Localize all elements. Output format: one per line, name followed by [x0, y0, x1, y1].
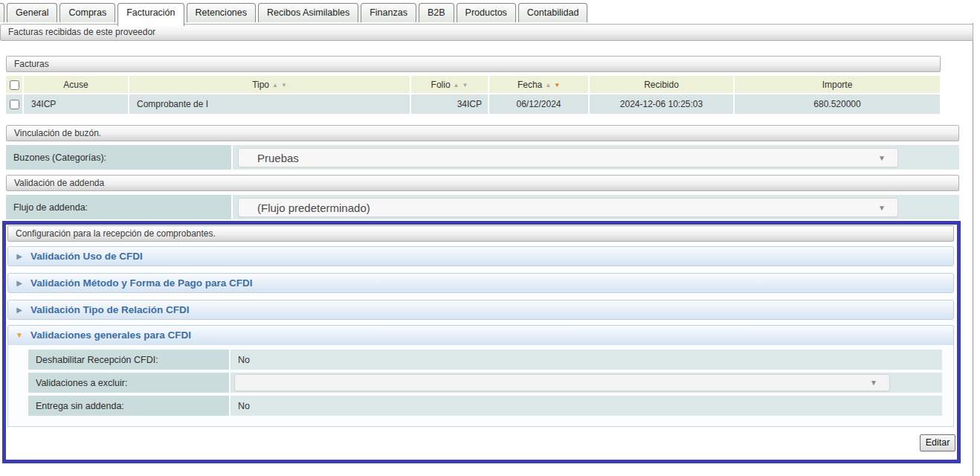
tab-compras[interactable]: Compras	[59, 3, 115, 22]
panel-label: Validación Uso de CFDI	[30, 251, 143, 262]
tab-recibos-asimilables[interactable]: Recibos Asimilables	[258, 3, 358, 22]
panel-validaciones-generales[interactable]: ▼ Validaciones generales para CFDI	[7, 325, 954, 345]
cell-fecha: 06/12/2024	[489, 94, 588, 114]
select-all-checkbox[interactable]	[10, 80, 19, 90]
tab-facturacion[interactable]: Facturación	[117, 3, 184, 26]
column-label: Recibido	[644, 80, 679, 90]
column-header-tipo[interactable]: Tipo▲▼	[129, 76, 410, 93]
validaciones-excluir-dropdown[interactable]: ▼	[234, 374, 890, 391]
cell-acuse: 34ICP	[24, 94, 128, 114]
page-title: Facturas recibidas de este proveedor	[0, 24, 973, 41]
content-right-border	[973, 23, 973, 476]
panel-validacion-metodo-forma-pago[interactable]: ▶ Validación Método y Forma de Pago para…	[7, 273, 954, 293]
flujo-dropdown-value: (Flujo predeterminado)	[239, 202, 370, 214]
column-header-acuse: Acuse	[24, 76, 128, 93]
dropdown-arrow-icon[interactable]: ▼	[878, 204, 886, 212]
column-header-recibido: Recibido	[590, 76, 733, 93]
tab-retenciones[interactable]: Retenciones	[187, 3, 257, 22]
cell-tipo: Comprobante de I	[129, 94, 410, 114]
tab-partial[interactable]	[0, 3, 4, 22]
column-label: Folio	[431, 80, 451, 90]
entrega-sin-addenda-value: No	[231, 396, 942, 416]
collapsed-arrow-icon: ▶	[8, 252, 30, 260]
panel-label: Validación Método y Forma de Pago para C…	[30, 277, 253, 289]
buzones-dropdown[interactable]: Pruebas ▼	[238, 148, 898, 167]
table-header-row: Acuse Tipo▲▼ Folio▲▼ Fecha▲▼ Recibido Im…	[6, 76, 940, 93]
tab-general[interactable]: General	[7, 3, 57, 22]
column-header-fecha[interactable]: Fecha▲▼	[489, 76, 588, 93]
vinculacion-section-header: Vinculación de buzón.	[6, 125, 959, 141]
select-all-cell	[6, 76, 22, 93]
panel-label: Validación Tipo de Relación CFDI	[30, 304, 190, 315]
buzones-dropdown-value: Pruebas	[239, 152, 299, 164]
facturas-group-header: Facturas	[6, 56, 941, 72]
column-header-folio[interactable]: Folio▲▼	[411, 76, 488, 93]
flujo-label: Flujo de addenda:	[6, 195, 231, 219]
panel-label: Validaciones generales para CFDI	[30, 329, 191, 341]
cell-folio: 34ICP	[411, 94, 488, 114]
tab-bar: General Compras Facturación Retenciones …	[0, 3, 590, 26]
validaciones-excluir-label: Validaciones a excluir:	[28, 373, 229, 393]
addenda-section-header: Validación de addenda	[6, 175, 959, 191]
collapsed-arrow-icon: ▶	[8, 279, 30, 287]
sort-asc-icon[interactable]: ▲	[545, 82, 551, 89]
dropdown-arrow-icon[interactable]: ▼	[870, 379, 877, 387]
column-label: Fecha	[518, 80, 542, 90]
row-checkbox[interactable]	[10, 100, 19, 109]
expanded-arrow-icon: ▼	[8, 331, 30, 339]
entrega-sin-addenda-label: Entrega sin addenda:	[28, 396, 229, 416]
buzones-label: Buzones (Categorías):	[6, 145, 231, 170]
tab-contabilidad[interactable]: Contabilidad	[518, 3, 588, 22]
cell-recibido: 2024-12-06 10:25:03	[590, 94, 733, 114]
sort-desc-icon[interactable]: ▼	[281, 82, 287, 89]
panel-validacion-uso-cfdi[interactable]: ▶ Validación Uso de CFDI	[7, 246, 954, 266]
column-label: Importe	[822, 80, 853, 90]
column-label: Tipo	[252, 80, 269, 90]
sort-desc-icon[interactable]: ▼	[462, 82, 468, 89]
column-header-importe: Importe	[735, 76, 940, 93]
editar-button[interactable]: Editar	[920, 434, 955, 451]
tab-finanzas[interactable]: Finanzas	[361, 3, 416, 22]
cell-importe: 680.520000	[735, 94, 940, 114]
tab-b2b[interactable]: B2B	[419, 3, 454, 22]
sort-asc-icon[interactable]: ▲	[272, 82, 278, 89]
facturas-table: Acuse Tipo▲▼ Folio▲▼ Fecha▲▼ Recibido Im…	[4, 74, 941, 115]
panel-validacion-tipo-relacion[interactable]: ▶ Validación Tipo de Relación CFDI	[7, 300, 954, 320]
tab-productos[interactable]: Productos	[457, 3, 516, 22]
row-checkbox-cell	[6, 94, 22, 114]
column-label: Acuse	[63, 80, 88, 90]
configuracion-section-header: Configuración para la recepción de compr…	[7, 225, 954, 242]
dropdown-arrow-icon[interactable]: ▼	[878, 154, 886, 162]
sort-desc-active-icon[interactable]: ▼	[554, 82, 560, 89]
collapsed-arrow-icon: ▶	[8, 306, 30, 314]
deshabilitar-recepcion-value: No	[231, 350, 942, 370]
deshabilitar-recepcion-label: Deshabilitar Recepción CFDI:	[28, 350, 229, 370]
sort-asc-icon[interactable]: ▲	[454, 82, 460, 89]
flujo-dropdown[interactable]: (Flujo predeterminado) ▼	[238, 198, 898, 217]
table-row[interactable]: 34ICP Comprobante de I 34ICP 06/12/2024 …	[6, 94, 940, 114]
